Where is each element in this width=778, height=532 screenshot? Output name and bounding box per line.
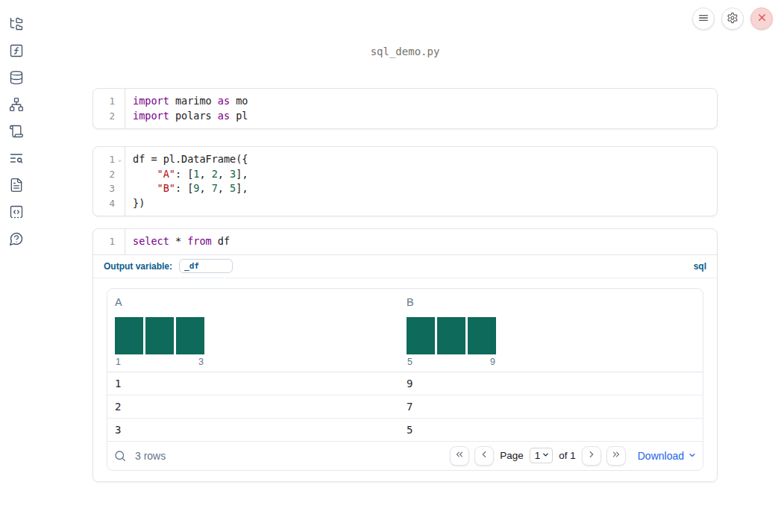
table-row[interactable]: 19 xyxy=(107,372,703,395)
table-cell: 5 xyxy=(405,424,697,436)
code-line: }) xyxy=(133,196,717,211)
sidebar-item-dependency-graph[interactable] xyxy=(9,98,24,113)
code-editor[interactable]: 12import marimo as moimport polars as pl xyxy=(93,89,717,128)
folder-tree-icon xyxy=(9,16,24,34)
table-cell: 9 xyxy=(405,378,697,389)
of-label: of 1 xyxy=(559,450,576,461)
function-square-icon xyxy=(9,43,24,60)
sidebar-item-help[interactable] xyxy=(9,232,24,247)
notebook: sql_demo.py 12import marimo as moimport … xyxy=(92,0,718,482)
help-bubble-icon xyxy=(9,231,24,248)
last-page-button[interactable] xyxy=(606,446,626,466)
histogram-bar[interactable] xyxy=(115,317,143,354)
code-cell-imports[interactable]: 12import marimo as moimport polars as pl xyxy=(92,88,718,129)
column-name[interactable]: A xyxy=(115,296,405,308)
table-cell: 7 xyxy=(405,401,697,413)
histogram-axis-labels: 59 xyxy=(407,357,496,367)
code-line: df = pl.DataFrame({ xyxy=(133,152,717,167)
table-row[interactable]: 27 xyxy=(107,395,703,419)
download-button[interactable]: Download xyxy=(638,450,697,462)
table-cell: 1 xyxy=(113,378,405,389)
chevrons-right-icon xyxy=(611,449,621,462)
code-line: import marimo as mo xyxy=(133,94,717,109)
column-histogram xyxy=(115,317,405,354)
cell-output: A13B59 192735 3 rows Page 1 of 1 xyxy=(93,278,717,481)
table-column-header: B59 xyxy=(405,296,697,367)
table-body: 192735 xyxy=(107,372,703,442)
histogram-bar[interactable] xyxy=(176,317,204,354)
search-icon[interactable] xyxy=(113,449,127,463)
settings-button[interactable] xyxy=(721,7,744,30)
code-line: "B": [9, 7, 5], xyxy=(133,181,717,196)
sidebar-item-functions[interactable] xyxy=(9,44,24,59)
line-number: 4 xyxy=(109,196,125,211)
dataframe-table: A13B59 192735 3 rows Page 1 of 1 xyxy=(107,288,703,471)
page-select[interactable]: 1 xyxy=(530,448,553,463)
chevron-down-icon xyxy=(688,450,697,462)
histogram-bar[interactable] xyxy=(468,317,496,354)
line-number: 1⌄ xyxy=(109,152,125,167)
code-line: import polars as pl xyxy=(133,109,717,124)
sidebar-item-scratchpad-search[interactable] xyxy=(9,151,24,166)
code-square-icon xyxy=(9,204,24,222)
column-name[interactable]: B xyxy=(407,296,697,308)
database-icon xyxy=(9,70,24,87)
histogram-bar[interactable] xyxy=(145,317,174,354)
chevron-left-icon xyxy=(479,449,489,462)
sql-cell: 1select * from df Output variable: sql A… xyxy=(92,228,718,482)
table-footer: 3 rows Page 1 of 1 Download xyxy=(107,442,703,470)
sidebar-item-file-explorer[interactable] xyxy=(9,17,24,32)
code-line: "A": [1, 2, 3], xyxy=(133,167,717,182)
file-text-icon xyxy=(9,178,24,195)
table-cell: 3 xyxy=(113,424,405,436)
histogram-bar[interactable] xyxy=(437,317,465,354)
output-variable-input[interactable] xyxy=(179,259,233,273)
chevrons-left-icon xyxy=(454,449,465,462)
histogram-bar[interactable] xyxy=(407,317,435,354)
line-number: 3 xyxy=(109,181,125,196)
chevron-down-icon xyxy=(542,450,550,461)
sidebar-item-documentation[interactable] xyxy=(9,178,24,193)
next-page-button[interactable] xyxy=(582,446,601,466)
code-line: select * from df xyxy=(133,234,717,249)
code-cell-dataframe[interactable]: 1⌄234df = pl.DataFrame({ "A": [1, 2, 3],… xyxy=(92,146,718,216)
line-number: 2 xyxy=(109,167,125,182)
line-number: 1 xyxy=(109,94,125,109)
sidebar-item-logs[interactable] xyxy=(9,125,24,140)
notebook-filename: sql_demo.py xyxy=(92,46,718,57)
page-label: Page xyxy=(500,450,524,461)
network-icon xyxy=(9,97,24,114)
code-editor[interactable]: 1⌄234df = pl.DataFrame({ "A": [1, 2, 3],… xyxy=(93,147,717,216)
sidebar xyxy=(0,0,33,532)
sql-cell-footer: Output variable: sql xyxy=(93,254,717,278)
line-number: 2 xyxy=(109,109,125,124)
sidebar-item-data-sources[interactable] xyxy=(9,71,24,86)
close-icon xyxy=(756,12,768,25)
column-histogram xyxy=(407,317,697,354)
table-column-header: A13 xyxy=(113,296,405,367)
chevron-right-icon xyxy=(586,449,597,462)
table-row[interactable]: 35 xyxy=(107,419,703,442)
first-page-button[interactable] xyxy=(450,446,469,466)
close-button[interactable] xyxy=(750,7,773,30)
output-variable-label: Output variable: xyxy=(104,261,172,272)
prev-page-button[interactable] xyxy=(474,446,494,466)
sidebar-item-snippets[interactable] xyxy=(9,205,24,220)
scroll-icon xyxy=(9,124,24,141)
gear-icon xyxy=(727,12,738,26)
table-cell: 2 xyxy=(113,401,405,413)
line-number: 1 xyxy=(109,234,125,249)
list-search-icon xyxy=(9,151,24,168)
table-header: A13B59 xyxy=(107,289,703,372)
fold-chevron-icon[interactable]: ⌄ xyxy=(115,152,125,167)
sql-editor[interactable]: 1select * from df xyxy=(93,229,717,254)
sql-language-badge: sql xyxy=(694,261,706,272)
row-count: 3 rows xyxy=(135,450,166,462)
histogram-axis-labels: 13 xyxy=(115,357,204,367)
